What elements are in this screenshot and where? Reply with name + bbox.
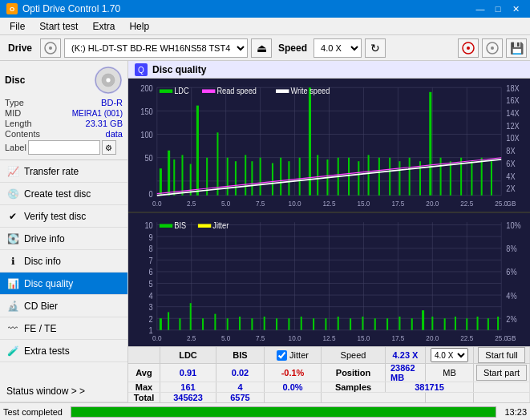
position-label: Position [322,364,386,382]
svg-rect-165 [374,318,376,330]
menu-start-test[interactable]: Start test [33,18,84,34]
svg-text:3: 3 [149,303,153,312]
svg-rect-69 [272,163,273,195]
svg-rect-156 [264,317,265,330]
svg-text:10.0: 10.0 [289,200,301,208]
disc-label-input[interactable] [28,140,100,155]
svg-text:9: 9 [149,232,153,241]
sidebar-item-transfer-rate[interactable]: 📈 Transfer rate [0,160,127,183]
svg-rect-174 [477,317,479,330]
svg-point-5 [491,46,494,50]
status-bar: Test completed 13:23 [0,402,530,420]
close-button[interactable]: ✕ [508,2,524,15]
drive-icon-btn[interactable] [40,38,61,58]
total-ldc: 345623 [160,393,216,402]
svg-rect-159 [301,317,302,330]
svg-text:5: 5 [149,280,153,289]
svg-rect-96 [276,89,289,92]
speed-select[interactable]: 4.0 X [314,38,362,58]
chart-ldc-svg: 200 150 100 50 0 18X 16X 14X 12X 10X 8X … [128,79,530,212]
progress-bar [71,406,496,418]
sidebar-item-fe-te[interactable]: 〰 FE / TE [0,317,127,340]
sidebar-item-disc-info[interactable]: ℹ Disc info [0,250,127,273]
svg-text:12X: 12X [506,121,520,130]
svg-text:2.5: 2.5 [187,200,196,208]
svg-rect-163 [350,318,351,330]
svg-rect-173 [466,318,467,330]
menu-extra[interactable]: Extra [86,18,121,34]
save-button[interactable]: 💾 [506,38,527,58]
start-part-button[interactable]: Start part [476,365,527,381]
svg-rect-71 [288,161,289,196]
minimize-button[interactable]: — [472,2,488,15]
samples-label: Samples [322,382,386,392]
stats-header-btn: Start full [474,347,530,363]
svg-text:15.0: 15.0 [357,200,370,208]
svg-rect-151 [202,318,204,330]
svg-text:22.5: 22.5 [460,334,473,342]
drive-info-icon: 💽 [6,232,19,245]
sidebar-item-create-test-disc[interactable]: 💿 Create test disc [0,183,127,205]
jitter-checkbox[interactable] [277,350,287,361]
svg-rect-59 [181,155,183,195]
svg-rect-164 [362,317,363,330]
sidebar-item-extra-tests[interactable]: 🧪 Extra tests [0,340,127,362]
title-bar: O Opti Drive Control 1.70 — □ ✕ [0,0,530,18]
svg-text:0: 0 [149,190,153,199]
stats-header-blank [128,347,160,363]
svg-text:50: 50 [144,154,152,163]
verify-disc-icon: ✔ [6,210,19,223]
svg-text:18X: 18X [506,83,520,92]
svg-text:10: 10 [144,221,152,230]
svg-rect-171 [444,318,446,330]
sidebar-item-verify-test-disc[interactable]: ✔ Verify test disc [0,205,127,228]
menu-help[interactable]: Help [123,18,156,34]
create-disc-icon: 💿 [6,188,19,200]
svg-text:20.0: 20.0 [426,200,439,208]
stats-header-speed: Speed [322,347,386,363]
sidebar-item-cd-bier[interactable]: 🔬 CD Bier [0,295,127,317]
svg-rect-169 [422,310,424,330]
chart-bis-svg: 10 9 8 7 6 5 4 3 2 1 10% 8% 6% 4% 2% [128,213,530,346]
disc-quality-icon: 📊 [6,277,19,290]
disc-btn-1[interactable] [458,38,479,58]
svg-rect-61 [196,106,199,196]
svg-text:16X: 16X [506,96,520,105]
disc-label-btn[interactable]: ⚙ [102,140,116,155]
avg-bis: 0.02 [216,364,265,382]
refresh-button[interactable]: ↻ [365,38,386,58]
status-window-btn[interactable]: Status window > > [0,380,127,402]
svg-text:7: 7 [149,256,153,265]
start-part-cell: Start part [474,364,530,382]
position-value: 23862 MB [386,364,426,382]
svg-rect-161 [325,318,326,330]
max-bis: 4 [216,382,265,392]
cd-bier-icon: 🔬 [6,300,19,313]
sidebar-item-drive-info[interactable]: 💽 Drive info [0,228,127,250]
svg-rect-89 [471,161,472,196]
svg-text:0.0: 0.0 [152,334,162,342]
disc-btn-2[interactable] [482,38,503,58]
start-full-button[interactable]: Start full [478,347,524,363]
status-text: Test completed [3,407,63,417]
stats-speed-select[interactable]: 4.0 X [431,348,468,362]
svg-text:6: 6 [149,268,153,277]
status-time: 13:23 [504,407,527,417]
total-jitter-empty [265,393,322,402]
svg-text:2%: 2% [506,314,517,323]
max-ldc: 161 [160,382,216,392]
maximize-button[interactable]: □ [490,2,506,15]
speed-label: Speed [275,42,310,54]
svg-rect-160 [313,318,314,330]
disc-mid-row: MID MEIRA1 (001) [5,108,123,118]
sidebar-item-disc-quality[interactable]: 📊 Disc quality [0,273,127,295]
svg-rect-56 [160,168,162,196]
drive-select[interactable]: (K:) HL-DT-ST BD-RE WH16NS58 TST4 [64,38,248,58]
total-label: Total [128,393,160,402]
svg-text:10%: 10% [506,221,521,230]
svg-rect-74 [317,155,318,195]
menu-file[interactable]: File [3,18,31,34]
svg-rect-83 [409,158,411,196]
svg-text:2.5: 2.5 [187,334,196,342]
eject-button[interactable]: ⏏ [251,38,272,58]
